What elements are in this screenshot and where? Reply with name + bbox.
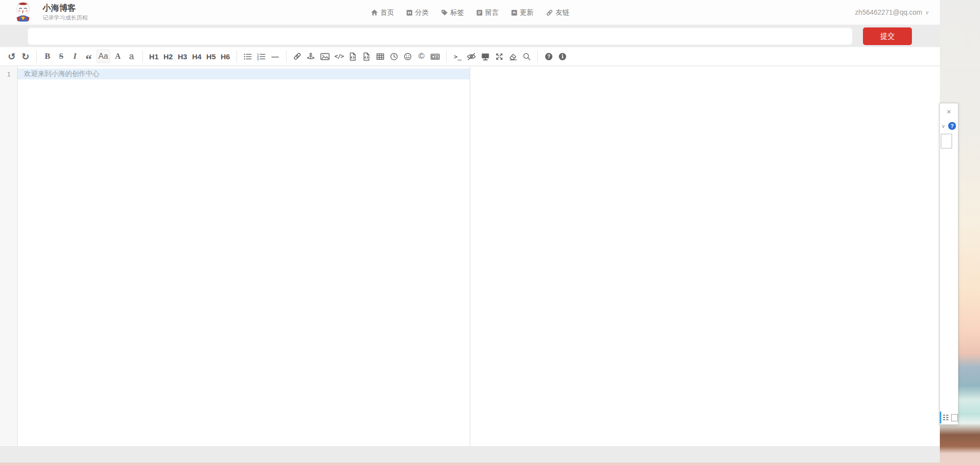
brand-text: 小海博客 记录学习成长历程 — [43, 3, 88, 22]
nav-item-label: 友链 — [556, 8, 570, 17]
blog-page: 小海博客 记录学习成长历程 首页分类标签留言更新友链 zh56462271@qq… — [0, 0, 940, 463]
datetime-icon[interactable] — [388, 49, 400, 63]
nav-item-messages[interactable]: 留言 — [476, 8, 499, 17]
side-widget-bottom-row — [940, 412, 958, 423]
preview-icon[interactable] — [479, 49, 491, 63]
category-icon — [406, 9, 413, 16]
svg-text:i: i — [561, 53, 563, 60]
table-icon[interactable] — [374, 49, 386, 63]
editor-toolbar: ↺↻BSI“AaAaH1H2H3H4H5H6123—</>©>_?i — [0, 47, 940, 66]
editor-placeholder: 欢迎来到小海的创作中心 — [24, 70, 99, 78]
nav-item-tags[interactable]: 标签 — [441, 8, 464, 17]
side-widget-panel: × ∨ ? — [939, 103, 958, 425]
watch-icon[interactable] — [465, 49, 478, 63]
update-icon — [511, 9, 518, 16]
emoji-icon[interactable] — [402, 49, 413, 63]
line-number: 1 — [0, 71, 18, 78]
editor-line-1: 1 欢迎来到小海的创作中心 — [0, 69, 470, 79]
undo-icon[interactable]: ↺ — [6, 49, 18, 63]
toolbar-divider — [143, 50, 143, 63]
nav-item-label: 首页 — [381, 8, 394, 17]
toolbar-divider — [446, 50, 447, 63]
pagebreak-icon[interactable] — [429, 49, 441, 63]
user-email: zh56462271@qq.com — [855, 8, 922, 16]
code-icon[interactable]: </> — [333, 49, 345, 63]
header: 小海博客 记录学习成长历程 首页分类标签留言更新友链 zh56462271@qq… — [0, 0, 940, 25]
site-avatar — [13, 1, 33, 24]
nav-item-categories[interactable]: 分类 — [406, 8, 429, 17]
case-toggle-icon[interactable]: Aa — [96, 49, 110, 63]
svg-text:3: 3 — [257, 58, 259, 61]
tag-icon — [441, 9, 448, 16]
toolbar-divider — [286, 50, 287, 63]
h5-icon[interactable]: H5 — [205, 49, 217, 63]
h3-icon[interactable]: H3 — [176, 49, 189, 63]
italic-icon[interactable]: I — [69, 49, 81, 63]
image-icon[interactable] — [319, 49, 331, 63]
html-entities-icon[interactable]: © — [415, 49, 427, 63]
fullscreen-icon[interactable] — [493, 49, 505, 63]
submit-button[interactable]: 提交 — [863, 27, 912, 45]
toolbar-divider — [237, 50, 237, 63]
nav-item-updates[interactable]: 更新 — [511, 8, 534, 17]
main-nav: 首页分类标签留言更新友链 — [371, 0, 570, 25]
h6-icon[interactable]: H6 — [219, 49, 232, 63]
home-icon — [371, 9, 378, 16]
site-brand[interactable]: 小海博客 记录学习成长历程 — [13, 1, 88, 24]
lowercase-icon[interactable]: a — [126, 49, 138, 63]
strikethrough-icon[interactable]: S — [55, 49, 67, 63]
toolbar-divider — [36, 50, 37, 63]
nav-item-links[interactable]: 友链 — [546, 8, 570, 17]
nav-item-home[interactable]: 首页 — [371, 8, 394, 17]
message-icon — [476, 9, 483, 16]
site-title: 小海博客 — [43, 3, 88, 13]
chain-icon — [546, 9, 553, 17]
help-icon[interactable]: ? — [543, 49, 554, 63]
side-widget-input[interactable] — [941, 134, 952, 148]
horizontal-rule-icon[interactable]: — — [269, 49, 281, 63]
toolbar-divider — [537, 50, 538, 63]
svg-text:?: ? — [547, 54, 550, 59]
code-editing-pane[interactable]: 1 欢迎来到小海的创作中心 — [0, 67, 470, 446]
goto-line-icon[interactable]: >_ — [452, 49, 463, 63]
browser-viewport: 小海博客 记录学习成长历程 首页分类标签留言更新友链 zh56462271@qq… — [0, 0, 980, 465]
site-subtitle: 记录学习成长历程 — [43, 14, 88, 22]
help-circle-icon[interactable]: ? — [948, 122, 956, 130]
footer-band — [0, 446, 940, 463]
h4-icon[interactable]: H4 — [191, 49, 203, 63]
uppercase-icon[interactable]: A — [112, 49, 124, 63]
info-icon[interactable]: i — [556, 49, 568, 63]
post-title-input[interactable] — [28, 28, 852, 45]
side-widget-controls: ∨ ? — [940, 122, 958, 130]
bold-icon[interactable]: B — [42, 49, 53, 63]
redo-icon[interactable]: ↻ — [20, 49, 31, 63]
nav-item-label: 更新 — [520, 8, 534, 17]
markdown-preview-pane — [470, 67, 940, 446]
line-number-gutter — [0, 67, 18, 446]
quote-icon[interactable]: “ — [83, 49, 95, 63]
h1-icon[interactable]: H1 — [148, 49, 160, 63]
close-icon[interactable]: × — [947, 108, 951, 115]
chevron-down-icon[interactable]: ∨ — [941, 123, 945, 129]
image-result-icon[interactable] — [951, 414, 958, 421]
nav-item-label: 标签 — [451, 8, 464, 17]
compose-bar: 提交 — [0, 25, 940, 47]
ordered-list-icon[interactable]: 123 — [256, 49, 267, 63]
preformatted-text-icon[interactable] — [347, 49, 359, 63]
nav-item-label: 分类 — [415, 8, 429, 17]
chevron-down-icon: ∨ — [925, 9, 929, 16]
markdown-editor: ↺↻BSI“AaAaH1H2H3H4H5H6123—</>©>_?i 1 欢迎来… — [0, 47, 940, 446]
unordered-list-icon[interactable] — [242, 49, 254, 63]
editor-body: 1 欢迎来到小海的创作中心 — [0, 67, 940, 446]
h2-icon[interactable]: H2 — [162, 49, 174, 63]
search-icon[interactable] — [521, 49, 532, 63]
nav-item-label: 留言 — [485, 8, 499, 17]
text-result-icon[interactable] — [942, 414, 949, 421]
code-block-icon[interactable] — [360, 49, 372, 63]
clear-icon[interactable] — [507, 49, 519, 63]
active-line-highlight[interactable]: 欢迎来到小海的创作中心 — [18, 69, 470, 79]
anchor-icon[interactable] — [305, 49, 317, 63]
user-menu[interactable]: zh56462271@qq.com ∨ — [855, 8, 929, 16]
link-icon[interactable] — [291, 49, 303, 63]
